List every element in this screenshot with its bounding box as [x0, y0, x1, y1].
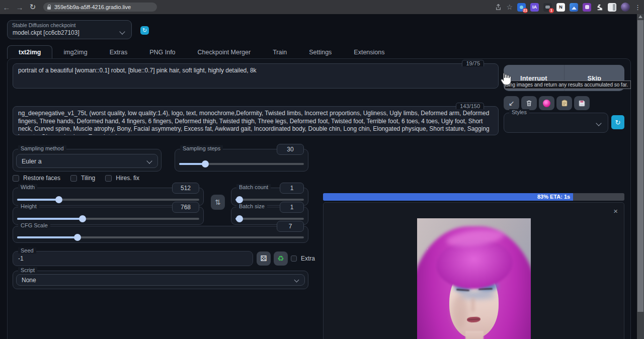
- mouse-cursor-icon: [498, 71, 513, 87]
- scrollbar-thumb[interactable]: [637, 20, 643, 312]
- sampling-steps-value[interactable]: 30: [277, 144, 304, 155]
- profile-avatar[interactable]: [621, 3, 630, 12]
- checkpoint-dropdown[interactable]: Stable Diffusion checkpoint model.ckpt […: [7, 20, 132, 39]
- screenshot-root: ← → ↻ 359e5b9a-a5ff-4216.gradio.live ☆ 2…: [0, 0, 644, 339]
- reload-icon[interactable]: ↻: [26, 3, 39, 12]
- batch-count-slider[interactable]: [235, 199, 304, 201]
- address-bar[interactable]: 359e5b9a-a5ff-4216.gradio.live: [43, 3, 157, 12]
- tiling-checkbox[interactable]: [70, 175, 77, 182]
- negative-prompt-input[interactable]: ng_deepnegative_v1_75t, (worst quality, …: [13, 107, 498, 135]
- tab-extras[interactable]: Extras: [99, 45, 138, 59]
- styles-dropdown[interactable]: Styles: [504, 113, 608, 133]
- progress-label: 83% ETA: 1s: [537, 194, 570, 200]
- extension-pin-icon[interactable]: 21: [517, 3, 526, 12]
- width-label: Width: [18, 184, 37, 190]
- refresh-icon: ↻: [615, 119, 621, 126]
- extensions-puzzle-icon[interactable]: [596, 4, 603, 11]
- browser-menu-icon[interactable]: ⋮: [634, 4, 641, 11]
- browser-toolbar: ← → ↻ 359e5b9a-a5ff-4216.gradio.live ☆ 2…: [0, 0, 644, 14]
- hires-fix-checkbox[interactable]: [105, 175, 112, 182]
- cfg-scale-value[interactable]: 7: [277, 221, 304, 232]
- batch-size-slider[interactable]: [235, 218, 304, 220]
- tab-extensions[interactable]: Extensions: [343, 45, 395, 59]
- sampling-steps-slider[interactable]: [179, 163, 304, 165]
- tiling-option[interactable]: Tiling: [70, 175, 95, 182]
- trash-icon: [526, 100, 532, 107]
- options-row: Restore faces Tiling Hires. fix: [13, 175, 139, 182]
- extension-pin-badge: 21: [523, 8, 528, 13]
- tab-settings[interactable]: Settings: [298, 45, 343, 59]
- output-gallery: ×: [323, 202, 624, 339]
- back-icon[interactable]: ←: [0, 3, 13, 12]
- cfg-scale-slider[interactable]: [17, 236, 304, 238]
- page-scrollbar[interactable]: [637, 14, 644, 339]
- seed-extra-checkbox[interactable]: [291, 256, 297, 262]
- sampling-steps-group: Sampling steps 30: [175, 149, 308, 172]
- seed-extra-option[interactable]: Extra: [291, 255, 315, 262]
- swap-arrows-icon: ⇅: [215, 198, 221, 206]
- bookmark-star-icon[interactable]: ☆: [506, 3, 513, 11]
- generated-image[interactable]: [417, 218, 531, 339]
- paste-arrow-icon: ↙: [509, 99, 515, 107]
- random-seed-button[interactable]: ⚄: [257, 251, 271, 266]
- extra-networks-icon: [543, 100, 550, 107]
- script-label: Script: [18, 267, 37, 273]
- restore-faces-checkbox[interactable]: [13, 175, 19, 182]
- save-style-button[interactable]: [574, 96, 590, 110]
- extension-notion-icon[interactable]: N: [556, 3, 565, 12]
- checkpoint-label: Stable Diffusion checkpoint: [12, 22, 75, 28]
- tab-train[interactable]: Train: [262, 45, 298, 59]
- image-detail: [460, 292, 496, 299]
- forward-icon[interactable]: →: [13, 3, 26, 12]
- side-panel-icon[interactable]: [608, 3, 616, 12]
- dice-icon: ⚄: [260, 254, 267, 263]
- extension-camera-icon[interactable]: 1: [543, 3, 552, 12]
- close-icon[interactable]: ×: [613, 207, 618, 215]
- top-tabs: txt2img img2img Extras PNG Info Checkpoi…: [7, 45, 396, 59]
- batch-count-label: Batch count: [236, 184, 271, 190]
- clipboard-icon: [561, 100, 568, 107]
- reuse-seed-button[interactable]: ♻: [274, 251, 288, 266]
- batch-size-label: Batch size: [236, 203, 267, 209]
- height-value[interactable]: 768: [172, 202, 199, 213]
- tab-png-info[interactable]: PNG Info: [138, 45, 186, 59]
- width-slider[interactable]: [17, 199, 199, 201]
- tab-checkpoint-merger[interactable]: Checkpoint Merger: [187, 45, 262, 59]
- share-icon[interactable]: [494, 4, 502, 11]
- tab-img2img[interactable]: img2img: [52, 45, 98, 59]
- chevron-down-icon: [119, 29, 125, 34]
- extension-image-icon[interactable]: [570, 3, 578, 12]
- swap-dimensions-button[interactable]: ⇅: [211, 195, 225, 210]
- script-select[interactable]: None: [16, 274, 305, 286]
- prompt-token-counter: 19/75: [462, 60, 484, 66]
- url-text: 359e5b9a-a5ff-4216.gradio.live: [54, 4, 131, 10]
- lock-icon: [47, 7, 51, 10]
- hires-fix-option[interactable]: Hires. fix: [105, 175, 139, 182]
- height-slider[interactable]: [17, 218, 199, 220]
- scrollbar-up-arrow[interactable]: [638, 15, 642, 18]
- txt2img-panel: 19/75 portrait of a beautiful [woman::0.…: [7, 58, 631, 339]
- batch-size-value[interactable]: 1: [280, 202, 304, 213]
- extra-networks-button[interactable]: [539, 96, 554, 110]
- extension-office-icon[interactable]: [583, 3, 591, 12]
- width-value[interactable]: 512: [172, 183, 199, 194]
- refresh-icon: ↻: [142, 27, 147, 34]
- seed-input[interactable]: -1: [18, 255, 24, 262]
- tab-txt2img[interactable]: txt2img: [7, 45, 52, 59]
- sampling-method-select[interactable]: Euler a: [16, 154, 158, 168]
- checkpoint-refresh-button[interactable]: ↻: [140, 26, 149, 35]
- batch-count-value[interactable]: 1: [280, 183, 304, 194]
- progress-bar: 83% ETA: 1s: [323, 193, 624, 201]
- chevron-down-icon: [596, 120, 601, 126]
- extension-ia-icon[interactable]: IA: [530, 3, 539, 12]
- negative-prompt-token-counter: 143/150: [456, 103, 484, 109]
- apply-style-button[interactable]: [556, 96, 572, 110]
- script-group: Script None: [13, 271, 308, 289]
- styles-refresh-button[interactable]: ↻: [611, 115, 624, 129]
- restore-faces-option[interactable]: Restore faces: [13, 175, 60, 182]
- prompt-input[interactable]: portrait of a beautiful [woman::0.1] rob…: [13, 64, 498, 88]
- styles-label: Styles: [509, 109, 529, 115]
- clear-prompt-button[interactable]: [521, 96, 537, 110]
- paste-params-button[interactable]: ↙: [504, 96, 519, 110]
- save-floppy-icon: [579, 100, 585, 107]
